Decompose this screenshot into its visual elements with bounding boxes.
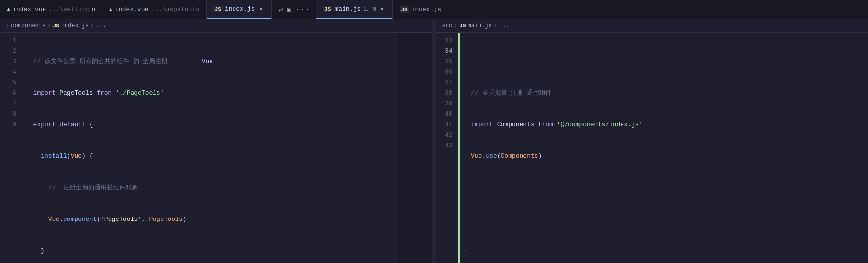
line-number: 8: [0, 109, 16, 120]
tab-label: main.js: [334, 5, 361, 12]
code-line-33: [464, 56, 868, 67]
code-line-37: [464, 183, 868, 193]
breadcrumb-sep: ›: [454, 22, 457, 29]
left-code-area: 1 2 3 4 5 6 7 8 9 // 该文件负责 所有的公共的组件 的 全局…: [0, 33, 432, 263]
tab-badge: U: [92, 7, 95, 12]
close-icon[interactable]: ✕: [257, 5, 265, 13]
js-badge-breadcrumb-right: JS: [459, 23, 466, 29]
line-number: 37: [436, 77, 453, 88]
code-line-36: Vue . use ( Components ): [464, 151, 868, 162]
code-content-right[interactable]: // 全局批量 注册 通用组件 import Components from '…: [460, 33, 868, 263]
line-number: 38: [436, 88, 453, 99]
line-numbers-left: 1 2 3 4 5 6 7 8 9: [0, 33, 22, 263]
breadcrumb-src[interactable]: src: [442, 22, 453, 29]
breadcrumb-components[interactable]: components: [11, 22, 45, 29]
line-number: 42: [436, 130, 453, 141]
tab-index-vue-pagetools[interactable]: ▲ index.vue ...\pageTools: [102, 0, 207, 19]
line-number: 2: [0, 46, 16, 56]
line-number: 9: [0, 120, 16, 130]
line-number: 40: [436, 109, 453, 120]
right-editor-pane: src › JS main.js › ... 33 34 35 36 37 38…: [436, 19, 868, 263]
line-number: 4: [0, 67, 16, 77]
code-line-7: }: [26, 246, 398, 256]
code-line-34: // 全局批量 注册 通用组件: [464, 88, 868, 99]
vue-icon: ▲: [7, 6, 10, 13]
line-number: 36: [436, 67, 453, 77]
minimap-left: [398, 33, 432, 263]
line-number: 39: [436, 99, 453, 109]
more-actions-icon[interactable]: ···: [295, 5, 310, 14]
tab-index-js-active[interactable]: JS index.js ✕: [207, 0, 272, 19]
tab-bar: ▲ index.vue ...\setting U ▲ index.vue ..…: [0, 0, 868, 19]
left-editor-pane: › components › JS index.js › ... 1 2 3 4…: [0, 19, 432, 263]
code-line-38: ~: [464, 214, 868, 225]
line-number: 41: [436, 120, 453, 130]
tab-badge: 1, M: [363, 6, 376, 12]
tab-sublabel: ...\pageTools: [151, 6, 199, 13]
line-number: 7: [0, 99, 16, 109]
code-content-left[interactable]: // 该文件负责 所有的公共的组件 的 全局注册 Vue import Page…: [22, 33, 398, 263]
code-line-35: import Components from '@/components/ind…: [464, 120, 868, 130]
tab-index-vue-setting[interactable]: ▲ index.vue ...\setting U: [0, 0, 102, 19]
line-number: 35: [436, 56, 453, 67]
line-number: 33: [436, 35, 453, 46]
code-line-39: ~: [464, 246, 868, 256]
app-root: ▲ index.vue ...\setting U ▲ index.vue ..…: [0, 0, 868, 263]
breadcrumb-sep: ›: [494, 22, 497, 29]
code-line-6: Vue . component (' PageTools ', PageTool…: [26, 214, 398, 225]
split-editor-icon[interactable]: ⇄: [278, 5, 283, 14]
pane-divider[interactable]: [432, 19, 436, 263]
code-line-3: export default {: [26, 120, 398, 130]
layout-icon[interactable]: ▣: [287, 5, 291, 13]
line-number: 3: [0, 56, 16, 67]
tab-sublabel: ...\setting: [48, 6, 89, 13]
tab-label: index.js: [225, 5, 255, 12]
code-line-5: // 注册全局的通用栏组件对象: [26, 183, 398, 193]
tab-actions-area: ⇄ ▣ ···: [273, 5, 316, 14]
breadcrumb-ellipsis: ...: [499, 22, 510, 29]
breadcrumb-mainjs[interactable]: main.js: [468, 22, 492, 29]
editor-layout: › components › JS index.js › ... 1 2 3 4…: [0, 19, 868, 263]
breadcrumb-right: src › JS main.js › ...: [436, 19, 868, 33]
line-number: 34: [436, 46, 453, 56]
breadcrumb-ellipsis: ...: [96, 22, 106, 29]
line-number: 1: [0, 35, 16, 46]
line-number: 5: [0, 77, 16, 88]
code-line-2: import PageTools from './PageTools': [26, 88, 398, 99]
breadcrumb-left: › components › JS index.js › ...: [0, 19, 432, 33]
breadcrumb-sep: ›: [6, 22, 9, 29]
code-line-1: // 该文件负责 所有的公共的组件 的 全局注册 Vue: [26, 56, 398, 67]
tab-label: index.vue: [12, 6, 46, 13]
code-line-4: install ( Vue ) {: [26, 151, 398, 162]
line-number: 43: [436, 141, 453, 151]
breadcrumb-indexjs[interactable]: index.js: [61, 22, 89, 29]
js-icon: JS: [323, 6, 332, 12]
close-icon[interactable]: ✕: [378, 5, 386, 13]
tab-index-js-right[interactable]: JS index.js: [393, 0, 448, 19]
divider-handle: [434, 129, 434, 153]
js-icon: JS: [213, 6, 223, 12]
tab-main-js-active[interactable]: JS main.js 1, M ✕: [316, 0, 393, 19]
js-badge-breadcrumb: JS: [53, 23, 59, 29]
line-numbers-right: 33 34 35 36 37 38 39 40 41 42 43: [436, 33, 458, 263]
vue-icon: ▲: [109, 6, 112, 13]
breadcrumb-sep: ›: [47, 22, 51, 29]
tab-label: index.js: [412, 6, 441, 13]
js-icon: JS: [400, 6, 409, 13]
breadcrumb-sep: ›: [90, 22, 94, 29]
tab-label: index.vue: [115, 6, 148, 13]
line-number: 6: [0, 88, 16, 99]
right-code-area: 33 34 35 36 37 38 39 40 41 42 43: [436, 33, 868, 263]
